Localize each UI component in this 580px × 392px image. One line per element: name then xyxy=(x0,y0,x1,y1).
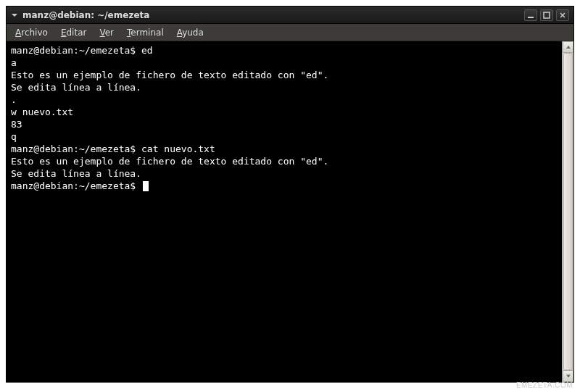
maximize-button[interactable] xyxy=(540,9,553,21)
terminal-line: 83 xyxy=(11,118,558,130)
svg-rect-0 xyxy=(528,17,534,18)
cursor xyxy=(143,181,149,191)
prompt: manz@debian:~/emezeta$ xyxy=(11,45,136,56)
output-text: Se edita línea a línea. xyxy=(11,82,141,93)
output-text: q xyxy=(11,131,17,142)
minimize-button[interactable] xyxy=(524,9,537,21)
output-text: Esto es un ejemplo de fichero de texto e… xyxy=(11,156,328,167)
window-controls xyxy=(524,9,569,21)
menu-editar[interactable]: Editar xyxy=(55,25,93,40)
scroll-thumb[interactable] xyxy=(563,53,573,370)
terminal-line: manz@debian:~/emezeta$ xyxy=(11,180,558,192)
terminal-line: manz@debian:~/emezeta$ cat nuevo.txt xyxy=(11,143,558,155)
scroll-up-button[interactable] xyxy=(563,41,573,53)
prompt: manz@debian:~/emezeta$ xyxy=(11,180,136,191)
output-text: w nuevo.txt xyxy=(11,107,73,117)
close-button[interactable] xyxy=(556,9,569,21)
svg-rect-1 xyxy=(544,12,550,18)
scrollbar xyxy=(562,41,573,382)
output-text: a xyxy=(11,57,17,68)
menu-terminal[interactable]: Terminal xyxy=(121,25,170,40)
terminal-line: Esto es un ejemplo de fichero de texto e… xyxy=(11,69,558,81)
command-text xyxy=(136,180,141,191)
menu-ayuda[interactable]: Ayuda xyxy=(171,25,210,40)
terminal-line: q xyxy=(11,130,558,143)
terminal-line: . xyxy=(11,93,558,106)
terminal-content[interactable]: manz@debian:~/emezeta$ edaEsto es un eje… xyxy=(7,41,562,382)
app-menu-icon[interactable] xyxy=(11,12,18,19)
terminal-body: manz@debian:~/emezeta$ edaEsto es un eje… xyxy=(7,41,573,382)
menubar: Archivo Editar Ver Terminal Ayuda xyxy=(7,24,573,41)
terminal-line: manz@debian:~/emezeta$ ed xyxy=(11,44,558,57)
watermark: EMEZETA.COM xyxy=(516,381,573,389)
prompt: manz@debian:~/emezeta$ xyxy=(11,143,136,154)
terminal-line: a xyxy=(11,57,558,69)
titlebar[interactable]: manz@debian: ~/emezeta xyxy=(7,7,573,24)
terminal-line: w nuevo.txt xyxy=(11,106,558,118)
output-text: 83 xyxy=(11,119,22,130)
scroll-track[interactable] xyxy=(563,53,573,370)
window-title: manz@debian: ~/emezeta xyxy=(22,10,524,20)
menu-archivo[interactable]: Archivo xyxy=(9,25,54,40)
output-text: Esto es un ejemplo de fichero de texto e… xyxy=(11,70,328,80)
terminal-line: Se edita línea a línea. xyxy=(11,167,558,180)
terminal-line: Esto es un ejemplo de fichero de texto e… xyxy=(11,155,558,167)
menu-ver[interactable]: Ver xyxy=(94,25,120,40)
command-text: ed xyxy=(136,45,152,56)
terminal-window: manz@debian: ~/emezeta Archivo Editar Ve… xyxy=(6,6,574,383)
command-text: cat nuevo.txt xyxy=(136,143,215,154)
scroll-down-button[interactable] xyxy=(563,370,573,382)
output-text: . xyxy=(11,94,17,105)
output-text: Se edita línea a línea. xyxy=(11,168,141,179)
terminal-line: Se edita línea a línea. xyxy=(11,81,558,93)
